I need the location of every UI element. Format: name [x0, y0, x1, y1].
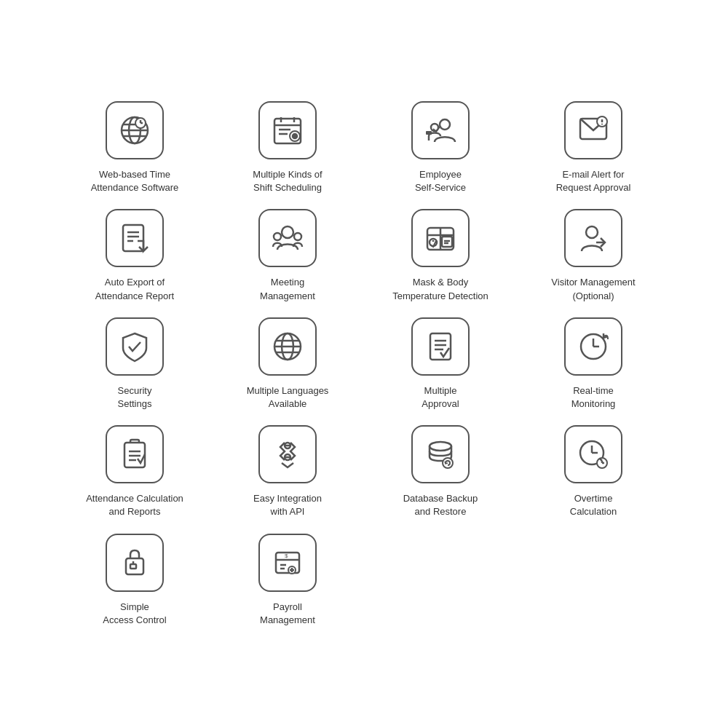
svg-rect-46: [430, 333, 451, 360]
realtime-monitoring-label: Real-timeMonitoring: [571, 384, 616, 411]
mask-body-temp-icon-box: [411, 209, 470, 267]
easy-integration-icon: [270, 437, 305, 472]
feature-overtime-calculation: OvertimeCalculation: [521, 425, 666, 518]
multiple-shift-icon: [270, 113, 305, 148]
visitor-management-icon: [576, 221, 611, 256]
feature-multiple-languages: Multiple LanguagesAvailable: [215, 317, 360, 411]
database-backup-icon-box: [411, 425, 470, 483]
feature-attendance-calculation: Attendance Calculationand Reports: [62, 425, 207, 518]
attendance-calculation-icon-box: [106, 425, 164, 483]
auto-export-icon-box: [106, 209, 164, 267]
web-based-time-icon-box: [106, 101, 164, 159]
overtime-calculation-icon-box: [564, 425, 622, 483]
svg-point-16: [440, 119, 450, 130]
auto-export-icon: [117, 221, 152, 256]
payroll-management-icon: $: [270, 545, 305, 580]
feature-web-based-time: Web-based TimeAttendance Software: [62, 101, 207, 194]
svg-point-28: [282, 226, 293, 238]
multiple-approval-label: MultipleApproval: [422, 384, 459, 411]
simple-access-icon-box: [106, 534, 164, 592]
multiple-approval-icon-box: [411, 317, 470, 376]
mask-body-temp-label: Mask & BodyTemperature Detection: [392, 276, 488, 302]
feature-simple-access: SimpleAccess Control: [62, 534, 207, 627]
feature-easy-integration: Easy Integrationwith API: [215, 425, 360, 518]
database-backup-icon: [423, 437, 458, 472]
svg-text:$: $: [285, 553, 288, 559]
payroll-management-label: PayrollManagement: [260, 601, 315, 627]
feature-multiple-approval: MultipleApproval: [368, 317, 513, 411]
svg-point-39: [586, 226, 598, 238]
security-settings-icon: [117, 329, 152, 364]
feature-realtime-monitoring: Real-timeMonitoring: [521, 317, 666, 411]
meeting-management-label: MeetingManagement: [260, 276, 315, 302]
feature-auto-export: Auto Export ofAttendance Report: [62, 209, 207, 302]
multiple-approval-icon: [423, 329, 458, 364]
employee-self-service-icon: [423, 113, 458, 148]
visitor-management-label: Visitor Management(Optional): [551, 276, 635, 302]
feature-security-settings: SecuritySettings: [62, 317, 207, 411]
meeting-management-icon: [270, 221, 305, 256]
email-alert-label: E-mail Alert forRequest Approval: [556, 168, 631, 194]
easy-integration-icon-box: [258, 425, 317, 483]
feature-meeting-management: MeetingManagement: [215, 209, 360, 302]
visitor-management-icon-box: [564, 209, 622, 267]
overtime-calculation-icon: [576, 437, 611, 472]
svg-point-23: [601, 124, 603, 125]
svg-rect-70: [126, 558, 143, 574]
mask-body-temp-icon: [423, 221, 458, 256]
svg-point-15: [293, 134, 297, 138]
payroll-management-icon-box: $: [258, 534, 317, 592]
employee-self-service-icon-box: [411, 101, 470, 159]
feature-email-alert: E-mail Alert forRequest Approval: [521, 101, 666, 194]
svg-rect-19: [426, 131, 432, 135]
database-backup-label: Database Backupand Restore: [403, 492, 478, 518]
employee-self-service-label: EmployeeSelf-Service: [415, 168, 466, 194]
feature-mask-body-temp: Mask & BodyTemperature Detection: [368, 209, 513, 302]
email-alert-icon-box: [564, 101, 622, 159]
simple-access-icon: [117, 545, 152, 580]
auto-export-label: Auto Export ofAttendance Report: [95, 276, 174, 302]
overtime-calculation-label: OvertimeCalculation: [570, 492, 617, 518]
easy-integration-label: Easy Integrationwith API: [253, 492, 322, 518]
multiple-shift-label: Multiple Kinds ofShift Scheduling: [253, 168, 322, 194]
multiple-shift-icon-box: [258, 101, 317, 159]
feature-multiple-shift: Multiple Kinds ofShift Scheduling: [215, 101, 360, 194]
feature-database-backup: Database Backupand Restore: [368, 425, 513, 518]
svg-point-61: [430, 442, 451, 451]
security-settings-icon-box: [106, 317, 164, 376]
attendance-calculation-label: Attendance Calculationand Reports: [86, 492, 183, 518]
svg-point-30: [294, 233, 301, 240]
web-based-time-icon: [117, 113, 152, 148]
security-settings-label: SecuritySettings: [118, 384, 152, 411]
feature-employee-self-service: EmployeeSelf-Service: [368, 101, 513, 194]
multiple-languages-label: Multiple LanguagesAvailable: [247, 384, 329, 411]
realtime-monitoring-icon-box: [564, 317, 622, 376]
simple-access-label: SimpleAccess Control: [103, 601, 166, 627]
meeting-management-icon-box: [258, 209, 317, 267]
web-based-time-label: Web-based TimeAttendance Software: [91, 168, 179, 194]
svg-point-29: [274, 233, 281, 240]
svg-rect-71: [130, 564, 136, 569]
feature-payroll-management: $ PayrollManagement: [215, 534, 360, 627]
email-alert-icon: [576, 113, 611, 148]
realtime-monitoring-icon: [576, 329, 611, 364]
multiple-languages-icon: [270, 329, 305, 364]
feature-visitor-management: Visitor Management(Optional): [521, 209, 666, 302]
multiple-languages-icon-box: [258, 317, 317, 376]
features-grid: Web-based TimeAttendance Software Multip…: [33, 58, 695, 670]
attendance-calculation-icon: [117, 437, 152, 472]
